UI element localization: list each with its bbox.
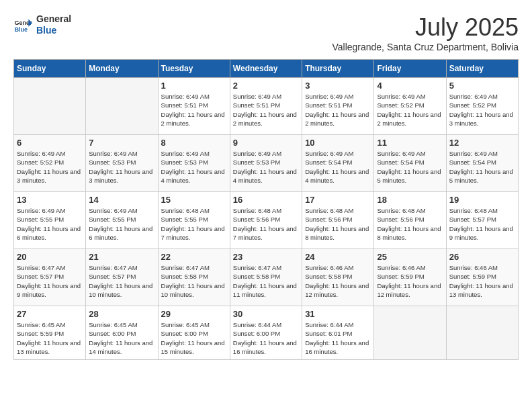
- day-number: 3: [305, 81, 371, 91]
- day-info: Sunrise: 6:47 AMSunset: 5:57 PMDaylight:…: [89, 263, 154, 299]
- calendar-cell: 8Sunrise: 6:49 AMSunset: 5:53 PMDaylight…: [158, 135, 230, 192]
- calendar-cell: 5Sunrise: 6:49 AMSunset: 5:52 PMDaylight…: [446, 78, 518, 135]
- day-info: Sunrise: 6:46 AMSunset: 5:59 PMDaylight:…: [377, 263, 443, 299]
- day-number: 18: [377, 195, 443, 205]
- day-info: Sunrise: 6:47 AMSunset: 5:57 PMDaylight:…: [17, 263, 83, 299]
- day-info: Sunrise: 6:49 AMSunset: 5:55 PMDaylight:…: [17, 206, 83, 242]
- logo-blue: Blue: [36, 25, 71, 36]
- day-info: Sunrise: 6:45 AMSunset: 6:00 PMDaylight:…: [89, 320, 154, 356]
- calendar-cell: [86, 78, 158, 135]
- calendar-cell: 25Sunrise: 6:46 AMSunset: 5:59 PMDayligh…: [374, 249, 446, 306]
- calendar-cell: [374, 306, 446, 360]
- day-number: 26: [449, 252, 515, 262]
- weekday-header: Monday: [86, 60, 158, 78]
- day-number: 13: [17, 195, 83, 205]
- day-number: 19: [449, 195, 515, 205]
- calendar-cell: 13Sunrise: 6:49 AMSunset: 5:55 PMDayligh…: [14, 192, 86, 249]
- day-info: Sunrise: 6:49 AMSunset: 5:54 PMDaylight:…: [305, 149, 371, 185]
- calendar-cell: [446, 306, 518, 360]
- calendar-cell: 22Sunrise: 6:47 AMSunset: 5:58 PMDayligh…: [158, 249, 230, 306]
- calendar-week-row: 6Sunrise: 6:49 AMSunset: 5:52 PMDaylight…: [14, 135, 519, 192]
- day-number: 7: [89, 138, 154, 148]
- calendar-table: SundayMondayTuesdayWednesdayThursdayFrid…: [13, 59, 519, 360]
- calendar-cell: 7Sunrise: 6:49 AMSunset: 5:53 PMDaylight…: [86, 135, 158, 192]
- calendar-cell: 24Sunrise: 6:46 AMSunset: 5:58 PMDayligh…: [302, 249, 374, 306]
- day-number: 22: [161, 252, 227, 262]
- logo-icon: General Blue: [13, 15, 32, 34]
- day-info: Sunrise: 6:44 AMSunset: 6:01 PMDaylight:…: [305, 320, 371, 356]
- day-number: 21: [89, 252, 154, 262]
- day-info: Sunrise: 6:49 AMSunset: 5:53 PMDaylight:…: [161, 149, 227, 185]
- day-info: Sunrise: 6:48 AMSunset: 5:56 PMDaylight:…: [377, 206, 443, 242]
- day-number: 20: [17, 252, 83, 262]
- svg-text:Blue: Blue: [14, 26, 28, 33]
- calendar-week-row: 13Sunrise: 6:49 AMSunset: 5:55 PMDayligh…: [14, 192, 519, 249]
- calendar-cell: 29Sunrise: 6:45 AMSunset: 6:00 PMDayligh…: [158, 306, 230, 360]
- day-info: Sunrise: 6:46 AMSunset: 5:58 PMDaylight:…: [305, 263, 371, 299]
- day-number: 27: [17, 309, 83, 319]
- calendar-cell: 23Sunrise: 6:47 AMSunset: 5:58 PMDayligh…: [230, 249, 302, 306]
- title-block: July 2025 Vallegrande, Santa Cruz Depart…: [332, 13, 519, 52]
- day-info: Sunrise: 6:45 AMSunset: 6:00 PMDaylight:…: [161, 320, 227, 356]
- month-year: July 2025: [332, 13, 519, 42]
- weekday-header: Thursday: [302, 60, 374, 78]
- logo-general: General: [36, 13, 71, 25]
- calendar-week-row: 20Sunrise: 6:47 AMSunset: 5:57 PMDayligh…: [14, 249, 519, 306]
- day-info: Sunrise: 6:49 AMSunset: 5:52 PMDaylight:…: [377, 92, 443, 128]
- calendar-week-row: 1Sunrise: 6:49 AMSunset: 5:51 PMDaylight…: [14, 78, 519, 135]
- day-number: 30: [233, 309, 299, 319]
- day-info: Sunrise: 6:45 AMSunset: 5:59 PMDaylight:…: [17, 320, 83, 356]
- day-number: 25: [377, 252, 443, 262]
- calendar-cell: 26Sunrise: 6:46 AMSunset: 5:59 PMDayligh…: [446, 249, 518, 306]
- calendar-week-row: 27Sunrise: 6:45 AMSunset: 5:59 PMDayligh…: [14, 306, 519, 360]
- day-number: 4: [377, 81, 443, 91]
- day-info: Sunrise: 6:49 AMSunset: 5:53 PMDaylight:…: [89, 149, 154, 185]
- day-number: 8: [161, 138, 227, 148]
- day-info: Sunrise: 6:49 AMSunset: 5:54 PMDaylight:…: [449, 149, 515, 185]
- day-info: Sunrise: 6:48 AMSunset: 5:55 PMDaylight:…: [161, 206, 227, 242]
- calendar-cell: 1Sunrise: 6:49 AMSunset: 5:51 PMDaylight…: [158, 78, 230, 135]
- day-info: Sunrise: 6:49 AMSunset: 5:55 PMDaylight:…: [89, 206, 154, 242]
- day-info: Sunrise: 6:48 AMSunset: 5:57 PMDaylight:…: [449, 206, 515, 242]
- day-number: 24: [305, 252, 371, 262]
- calendar-cell: 27Sunrise: 6:45 AMSunset: 5:59 PMDayligh…: [14, 306, 86, 360]
- calendar-cell: 17Sunrise: 6:48 AMSunset: 5:56 PMDayligh…: [302, 192, 374, 249]
- calendar-cell: 30Sunrise: 6:44 AMSunset: 6:00 PMDayligh…: [230, 306, 302, 360]
- day-info: Sunrise: 6:46 AMSunset: 5:59 PMDaylight:…: [449, 263, 515, 299]
- weekday-header: Wednesday: [230, 60, 302, 78]
- day-info: Sunrise: 6:44 AMSunset: 6:00 PMDaylight:…: [233, 320, 299, 356]
- calendar-cell: 21Sunrise: 6:47 AMSunset: 5:57 PMDayligh…: [86, 249, 158, 306]
- day-number: 14: [89, 195, 154, 205]
- day-number: 16: [233, 195, 299, 205]
- day-number: 23: [233, 252, 299, 262]
- calendar-cell: 14Sunrise: 6:49 AMSunset: 5:55 PMDayligh…: [86, 192, 158, 249]
- calendar-cell: 28Sunrise: 6:45 AMSunset: 6:00 PMDayligh…: [86, 306, 158, 360]
- day-info: Sunrise: 6:47 AMSunset: 5:58 PMDaylight:…: [161, 263, 227, 299]
- day-info: Sunrise: 6:49 AMSunset: 5:52 PMDaylight:…: [17, 149, 83, 185]
- weekday-header-row: SundayMondayTuesdayWednesdayThursdayFrid…: [14, 60, 519, 78]
- calendar-cell: 12Sunrise: 6:49 AMSunset: 5:54 PMDayligh…: [446, 135, 518, 192]
- calendar-cell: 20Sunrise: 6:47 AMSunset: 5:57 PMDayligh…: [14, 249, 86, 306]
- day-number: 6: [17, 138, 83, 148]
- day-number: 9: [233, 138, 299, 148]
- logo: General Blue General Blue: [13, 13, 71, 36]
- day-number: 1: [161, 81, 227, 91]
- calendar-cell: 3Sunrise: 6:49 AMSunset: 5:51 PMDaylight…: [302, 78, 374, 135]
- day-info: Sunrise: 6:49 AMSunset: 5:51 PMDaylight:…: [233, 92, 299, 128]
- day-number: 2: [233, 81, 299, 91]
- day-number: 17: [305, 195, 371, 205]
- calendar-cell: 2Sunrise: 6:49 AMSunset: 5:51 PMDaylight…: [230, 78, 302, 135]
- day-number: 28: [89, 309, 154, 319]
- day-number: 10: [305, 138, 371, 148]
- day-info: Sunrise: 6:47 AMSunset: 5:58 PMDaylight:…: [233, 263, 299, 299]
- calendar-cell: [14, 78, 86, 135]
- day-info: Sunrise: 6:49 AMSunset: 5:54 PMDaylight:…: [377, 149, 443, 185]
- day-number: 31: [305, 309, 371, 319]
- day-info: Sunrise: 6:49 AMSunset: 5:51 PMDaylight:…: [305, 92, 371, 128]
- calendar-cell: 6Sunrise: 6:49 AMSunset: 5:52 PMDaylight…: [14, 135, 86, 192]
- weekday-header: Tuesday: [158, 60, 230, 78]
- calendar-cell: 19Sunrise: 6:48 AMSunset: 5:57 PMDayligh…: [446, 192, 518, 249]
- weekday-header: Sunday: [14, 60, 86, 78]
- day-number: 11: [377, 138, 443, 148]
- day-info: Sunrise: 6:48 AMSunset: 5:56 PMDaylight:…: [233, 206, 299, 242]
